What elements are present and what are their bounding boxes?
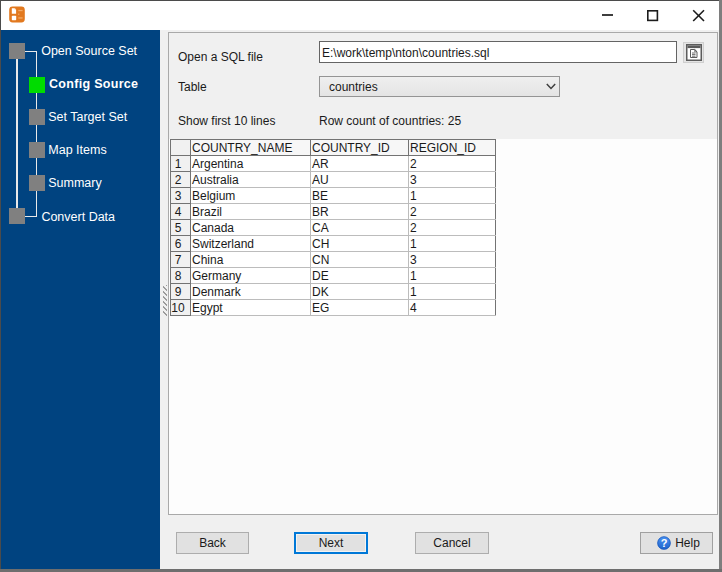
svg-text:?: ? [661, 537, 668, 549]
